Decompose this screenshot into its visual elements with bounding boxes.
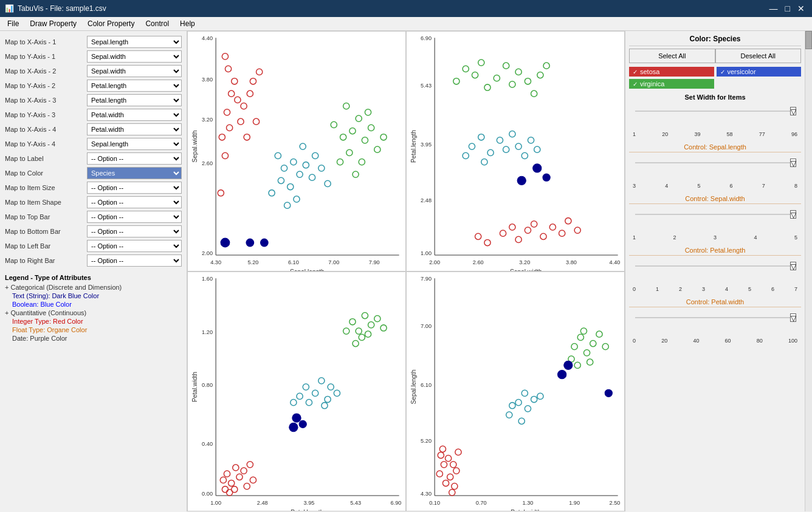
deselect-all-button[interactable]: Deselect All <box>715 49 802 63</box>
slider-thumb-1[interactable]: ▽ <box>790 210 796 219</box>
left-panel: Map to X-Axis - 1Sepal.lengthMap to Y-Ax… <box>0 31 187 511</box>
mapping-row-0: Map to X-Axis - 1Sepal.length <box>5 36 182 48</box>
svg-point-86 <box>559 230 565 236</box>
svg-point-197 <box>509 402 515 408</box>
svg-point-139 <box>250 477 256 483</box>
mapping-select-5[interactable]: Petal.width <box>87 109 182 121</box>
width-slider-thumb[interactable]: ▽ <box>790 107 796 115</box>
slider-2[interactable]: ▽ <box>629 258 801 276</box>
svg-point-15 <box>222 53 228 60</box>
setosa-label: setosa <box>640 68 659 75</box>
mapping-select-8[interactable]: -- Option -- <box>87 152 182 165</box>
maximize-button[interactable]: □ <box>783 4 793 13</box>
species-chip-virginica[interactable]: ✓ virginica <box>629 79 714 89</box>
menu-file[interactable]: File <box>2 18 24 29</box>
slider-thumb-3[interactable]: ▽ <box>790 313 796 322</box>
mapping-select-4[interactable]: Petal.length <box>87 94 182 106</box>
minimize-button[interactable]: — <box>767 4 780 13</box>
select-all-button[interactable]: Select All <box>629 49 715 63</box>
svg-text:0.80: 0.80 <box>202 382 213 388</box>
menu-help[interactable]: Help <box>175 18 200 29</box>
svg-point-206 <box>602 343 608 349</box>
slider-labels-0: 345678 <box>629 183 801 189</box>
app-icon: 📊 <box>5 4 14 13</box>
mapping-select-15[interactable]: -- Option -- <box>87 254 182 267</box>
species-chips: ✓ setosa ✓ versicolor ✓ virginica <box>629 67 801 89</box>
species-chip-versicolor[interactable]: ✓ versicolor <box>717 67 802 77</box>
chart-4-svg: 7.90 7.00 6.10 5.20 4.30 0.10 0.70 1.30 … <box>407 272 624 511</box>
slider-3[interactable]: ▽ <box>629 310 801 328</box>
mapping-select-3[interactable]: Petal.length <box>87 80 182 92</box>
mapping-select-14[interactable]: -- Option -- <box>87 240 182 252</box>
svg-point-100 <box>534 146 540 152</box>
svg-point-55 <box>380 134 387 140</box>
species-chip-setosa[interactable]: ✓ setosa <box>629 67 714 77</box>
scrollbar-thumb[interactable] <box>805 31 812 49</box>
width-slider[interactable]: ▽ <box>629 103 801 121</box>
svg-point-27 <box>247 90 253 97</box>
mapping-row-12: Map to Top Bar-- Option -- <box>5 211 182 223</box>
mapping-select-7[interactable]: Sepal.length <box>87 138 182 150</box>
svg-point-144 <box>303 383 309 389</box>
svg-point-108 <box>509 81 515 87</box>
svg-text:2.00: 2.00 <box>202 250 213 256</box>
menu-control[interactable]: Control <box>140 18 174 29</box>
svg-point-50 <box>346 149 353 155</box>
svg-point-203 <box>590 340 596 346</box>
color-header: Color: Species <box>629 35 801 46</box>
mapping-row-1: Map to Y-Axis - 1Sepal.width <box>5 50 182 63</box>
svg-point-208 <box>580 327 587 333</box>
svg-point-192 <box>515 399 521 405</box>
mapping-select-1[interactable]: Sepal.width <box>87 50 182 63</box>
slider-0[interactable]: ▽ <box>629 155 801 173</box>
svg-point-156 <box>368 321 374 327</box>
svg-point-97 <box>515 143 521 149</box>
svg-text:7.90: 7.90 <box>421 276 432 282</box>
slider-labels-1: 12345 <box>629 234 801 241</box>
mapping-select-11[interactable]: -- Option -- <box>87 196 182 208</box>
svg-point-42 <box>325 180 331 186</box>
versicolor-label: versicolor <box>728 68 756 75</box>
slider-thumb-0[interactable]: ▽ <box>790 159 796 167</box>
mapping-select-10[interactable]: -- Option -- <box>87 182 182 194</box>
svg-point-210 <box>558 370 566 378</box>
chart-1: 4.40 3.80 3.20 2.60 2.00 4.30 5.20 6.10 … <box>187 31 406 271</box>
legend-bool-item: Boolean: Blue Color <box>12 301 182 308</box>
slider-1[interactable]: ▽ <box>629 207 801 225</box>
mapping-label-13: Map to Bottom Bar <box>5 228 87 235</box>
svg-point-159 <box>380 324 387 330</box>
menu-draw-property[interactable]: Draw Property <box>25 18 81 29</box>
mapping-select-12[interactable]: -- Option -- <box>87 211 182 223</box>
right-scrollbar[interactable] <box>805 31 812 511</box>
close-button[interactable]: ✕ <box>795 4 807 13</box>
mapping-label-9: Map to Color <box>5 169 87 177</box>
legend-title: Legend - Type of Attributes <box>5 274 182 281</box>
svg-text:0.70: 0.70 <box>476 500 487 506</box>
mapping-select-6[interactable]: Petal.width <box>87 123 182 135</box>
svg-point-61 <box>246 239 253 246</box>
mapping-label-15: Map to Right Bar <box>5 257 87 264</box>
mapping-label-8: Map to Label <box>5 155 87 162</box>
menu-color-property[interactable]: Color Property <box>83 18 139 29</box>
mapping-row-7: Map to Y-Axis - 4Sepal.length <box>5 138 182 150</box>
svg-point-184 <box>439 446 446 452</box>
svg-point-161 <box>353 340 359 346</box>
control-title-0: Control: Sepal.length <box>629 143 801 152</box>
control-section-2: Control: Petal.length▽01234567 <box>629 247 801 292</box>
mapping-row-11: Map to Item Shape-- Option -- <box>5 196 182 208</box>
svg-point-186 <box>447 474 453 480</box>
mapping-select-2[interactable]: Sepal.width <box>87 65 182 77</box>
svg-point-150 <box>334 390 340 396</box>
svg-text:Petal.length: Petal.length <box>291 508 323 511</box>
svg-point-189 <box>453 467 459 473</box>
slider-thumb-2[interactable]: ▽ <box>790 262 796 270</box>
svg-point-137 <box>244 483 250 489</box>
mapping-select-13[interactable]: -- Option -- <box>87 225 182 237</box>
legend-section: Legend - Type of Attributes + Categorica… <box>5 274 182 342</box>
svg-point-88 <box>574 227 580 233</box>
svg-point-158 <box>374 315 380 321</box>
mapping-select-0[interactable]: Sepal.length <box>87 36 182 48</box>
mapping-select-9[interactable]: Species <box>87 167 182 179</box>
svg-point-32 <box>291 159 297 165</box>
svg-point-193 <box>521 390 528 396</box>
